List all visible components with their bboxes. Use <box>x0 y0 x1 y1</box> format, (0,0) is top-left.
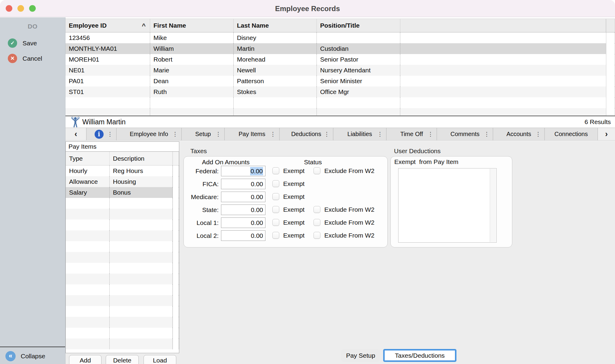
main-area: Employee ID ^ First Name Last Name Posit… <box>65 17 615 364</box>
column-header-employee-id[interactable]: Employee ID ^ <box>65 19 150 32</box>
taxes-group-box: Add On Amounts Status Federal: 0.00 Exem… <box>183 156 388 247</box>
fica-exempt-checkbox[interactable] <box>272 180 279 187</box>
add-button[interactable]: Add <box>69 355 101 364</box>
employee-table-header: Employee ID ^ First Name Last Name Posit… <box>65 19 615 32</box>
save-label: Save <box>23 40 37 47</box>
exempt-from-pay-item-list[interactable] <box>398 168 497 243</box>
tab-deductions[interactable]: Deductions⋮ <box>280 128 333 140</box>
tab-comments[interactable]: Comments⋮ <box>437 128 493 140</box>
load-button[interactable]: Load <box>144 355 176 364</box>
medicare-exempt-checkbox[interactable] <box>272 193 279 200</box>
tab-info[interactable]: i ⋮ <box>86 128 117 140</box>
chevron-left-icon: ‹ <box>74 129 77 139</box>
column-header-description[interactable]: Description <box>110 152 173 165</box>
pay-item-row-selected[interactable]: Salary Bonus <box>66 187 179 198</box>
cancel-button[interactable]: ✕ Cancel <box>8 54 65 63</box>
record-bar: William Martin 6 Results <box>65 116 615 128</box>
federal-exempt-checkbox[interactable] <box>272 167 279 174</box>
pay-items-panel: Pay Items Type Description Hourly Reg Ho… <box>65 141 179 353</box>
tab-handle-icon: ⋮ <box>428 131 433 138</box>
info-icon: i <box>95 130 104 139</box>
user-deductions-group-box: Exempt from Pay Item <box>390 156 512 247</box>
collapse-label: Collapse <box>21 353 45 360</box>
tab-setup[interactable]: Setup⋮ <box>182 128 225 140</box>
column-header-type[interactable]: Type <box>66 152 110 165</box>
results-count: 6 Results <box>584 118 611 126</box>
tab-employee-info[interactable]: Employee Info⋮ <box>117 128 182 140</box>
pay-item-row-empty <box>66 328 179 338</box>
save-button[interactable]: ✓ Save <box>8 38 65 48</box>
tax-row-federal: Federal: 0.00 Exempt Exclude From W2 <box>184 165 387 177</box>
sidebar-divider <box>0 347 65 347</box>
federal-amount-input[interactable]: 0.00 <box>221 166 265 176</box>
tax-row-local2: Local 2: 0.00 Exempt Exclude From W2 <box>184 229 387 242</box>
pay-item-row-empty <box>66 209 179 220</box>
local1-exempt-checkbox[interactable] <box>272 219 279 226</box>
tab-scroll-right-button[interactable]: › <box>598 128 615 140</box>
list-scrollbar[interactable] <box>490 169 496 242</box>
tab-accounts[interactable]: Accounts⋮ <box>493 128 544 140</box>
table-row[interactable]: 123456 Mike Disney <box>65 32 615 43</box>
collapse-icon: « <box>5 351 16 361</box>
pay-item-row-empty <box>66 284 179 295</box>
tab-pay-items[interactable]: Pay Items⋮ <box>225 128 279 140</box>
local2-amount-input[interactable]: 0.00 <box>221 230 265 241</box>
medicare-amount-input[interactable]: 0.00 <box>221 192 265 202</box>
tab-handle-icon: ⋮ <box>535 131 541 138</box>
table-row-empty <box>65 108 615 116</box>
tab-handle-icon: ⋮ <box>215 131 221 138</box>
pay-item-row-empty <box>66 220 179 230</box>
tab-scroll-left-button[interactable]: ‹ <box>65 128 86 140</box>
pay-item-row[interactable]: Hourly Reg Hours <box>66 165 179 176</box>
close-icon: ✕ <box>8 54 17 63</box>
fica-amount-input[interactable]: 0.00 <box>221 179 265 189</box>
table-row[interactable]: PA01 Dean Patterson Senior Minister <box>65 76 615 86</box>
tab-liabilities[interactable]: Liabilities⋮ <box>333 128 386 140</box>
tab-connections[interactable]: Connections <box>545 128 598 140</box>
state-amount-input[interactable]: 0.00 <box>221 205 265 215</box>
column-header-position-title[interactable]: Position/Title <box>317 19 400 32</box>
tab-time-off[interactable]: Time Off⋮ <box>386 128 437 140</box>
pay-setup-button[interactable]: Pay Setup <box>341 349 380 362</box>
zoom-window-icon[interactable] <box>29 5 36 12</box>
table-row-selected[interactable]: MONTHLY-MA01 William Martin Custodian <box>65 43 615 54</box>
sort-ascending-icon: ^ <box>142 20 146 32</box>
tab-handle-icon: ⋮ <box>270 131 276 138</box>
local2-exclude-w2-checkbox[interactable] <box>314 232 320 239</box>
pay-item-row-empty <box>66 263 179 274</box>
column-header-last-name[interactable]: Last Name <box>234 19 317 32</box>
pay-item-row-empty <box>66 241 179 252</box>
taxes-deductions-button[interactable]: Taxes/Deductions <box>383 349 456 362</box>
pay-item-row-empty <box>66 295 179 306</box>
federal-exclude-w2-checkbox[interactable] <box>314 167 320 174</box>
table-row[interactable]: NE01 Marie Newell Nursery Attendant <box>65 65 615 76</box>
selected-text: 0.00 <box>250 167 263 175</box>
tab-handle-icon: ⋮ <box>172 131 178 138</box>
local2-exempt-checkbox[interactable] <box>272 232 279 239</box>
check-icon: ✓ <box>8 38 17 48</box>
user-deductions-label: User Deductions <box>394 147 441 155</box>
pay-item-row-empty <box>66 230 179 241</box>
table-row[interactable]: MOREH01 Robert Morehead Senior Pastor <box>65 54 615 65</box>
taxes-section-label: Taxes <box>190 147 207 155</box>
collapse-button[interactable]: « Collapse <box>5 351 45 361</box>
cancel-label: Cancel <box>23 55 42 62</box>
pay-item-row[interactable]: Allowance Housing <box>66 176 179 187</box>
table-row[interactable]: ST01 Ruth Stokes Office Mgr <box>65 86 615 97</box>
pay-item-row-empty <box>66 317 179 328</box>
state-exclude-w2-checkbox[interactable] <box>314 206 320 213</box>
local1-amount-input[interactable]: 0.00 <box>221 217 265 228</box>
table-scroll-gutter <box>606 19 615 32</box>
exempt-from-pay-item-label: Exempt from Pay Item <box>394 158 459 165</box>
sidebar: DO ✓ Save ✕ Cancel « Collapse <box>0 17 65 364</box>
local1-exclude-w2-checkbox[interactable] <box>314 219 320 226</box>
column-header-first-name[interactable]: First Name <box>150 19 234 32</box>
state-exempt-checkbox[interactable] <box>272 206 279 213</box>
sidebar-heading: DO <box>0 17 65 30</box>
delete-button[interactable]: Delete <box>106 355 139 364</box>
tax-row-fica: FICA: 0.00 Exempt <box>184 177 387 190</box>
minimize-window-icon[interactable] <box>17 5 24 12</box>
close-window-icon[interactable] <box>6 5 12 12</box>
window-controls <box>6 5 36 12</box>
tab-bar: ‹ i ⋮ Employee Info⋮ Setup⋮ Pay Items⋮ D… <box>65 128 615 141</box>
